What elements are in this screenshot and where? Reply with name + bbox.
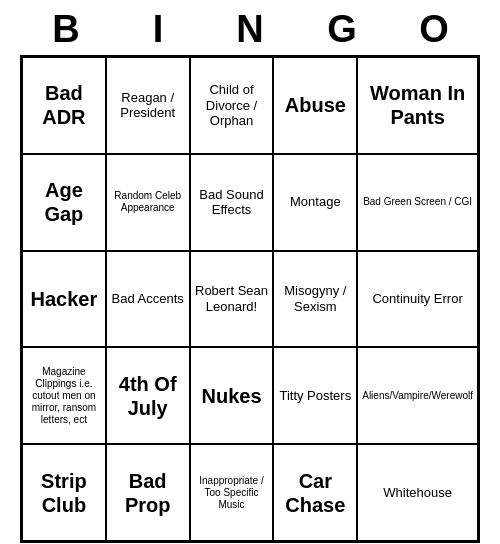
table-cell-7: Bad Sound Effects — [190, 154, 274, 251]
table-cell-3: Abuse — [273, 57, 357, 154]
title-o: O — [410, 8, 458, 51]
bingo-title: B I N G O — [20, 0, 480, 55]
table-cell-4: Woman In Pants — [357, 57, 478, 154]
table-cell-20: Strip Club — [22, 444, 106, 541]
table-cell-18: Titty Posters — [273, 347, 357, 444]
table-cell-8: Montage — [273, 154, 357, 251]
table-cell-24: Whitehouse — [357, 444, 478, 541]
table-cell-12: Robert Sean Leonard! — [190, 251, 274, 348]
table-cell-16: 4th Of July — [106, 347, 190, 444]
title-g: G — [318, 8, 366, 51]
table-cell-6: Random Celeb Appearance — [106, 154, 190, 251]
table-cell-15: Magazine Clippings i.e. cutout men on mi… — [22, 347, 106, 444]
table-cell-17: Nukes — [190, 347, 274, 444]
table-cell-1: Reagan / President — [106, 57, 190, 154]
bingo-grid: Bad ADRReagan / PresidentChild of Divorc… — [20, 55, 480, 543]
table-cell-10: Hacker — [22, 251, 106, 348]
title-n: N — [226, 8, 274, 51]
title-i: I — [134, 8, 182, 51]
title-b: B — [42, 8, 90, 51]
table-cell-2: Child of Divorce / Orphan — [190, 57, 274, 154]
table-cell-5: Age Gap — [22, 154, 106, 251]
table-cell-14: Continuity Error — [357, 251, 478, 348]
table-cell-13: Misogyny / Sexism — [273, 251, 357, 348]
table-cell-23: Car Chase — [273, 444, 357, 541]
table-cell-19: Aliens/Vampire/Werewolf — [357, 347, 478, 444]
table-cell-11: Bad Accents — [106, 251, 190, 348]
table-cell-21: Bad Prop — [106, 444, 190, 541]
table-cell-22: Inappropriate / Too Specific Music — [190, 444, 274, 541]
table-cell-0: Bad ADR — [22, 57, 106, 154]
table-cell-9: Bad Green Screen / CGI — [357, 154, 478, 251]
